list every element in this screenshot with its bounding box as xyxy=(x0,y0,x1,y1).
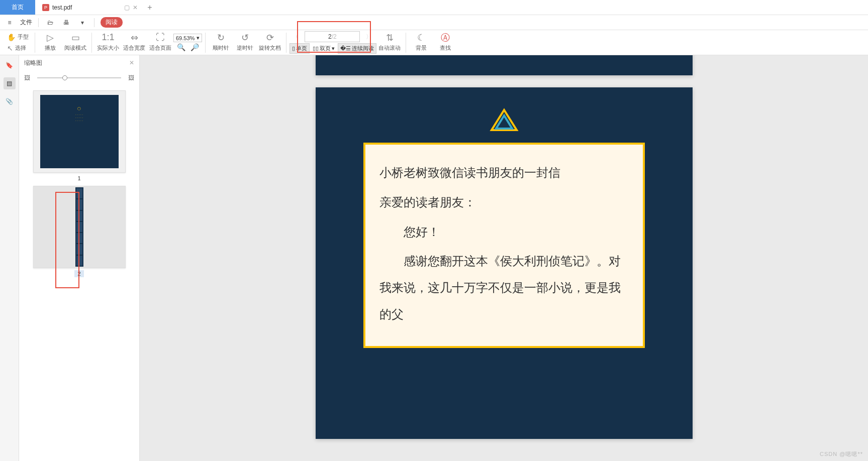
auto-scroll-button[interactable]: ⇅自动滚动 xyxy=(376,31,403,54)
rotate-cw-icon: ↻ xyxy=(217,32,225,43)
play-button[interactable]: ▷播放 xyxy=(38,31,62,54)
rotate-doc-button[interactable]: ⟳旋转文档 xyxy=(257,31,283,54)
select-tool[interactable]: ↖选择 xyxy=(4,43,29,54)
page-nav: 〈 2/2 〉 xyxy=(290,31,376,42)
find-icon: Ⓐ xyxy=(441,32,450,43)
letter-content: 小桥老树致微信读书朋友的一封信 亲爱的读者朋友： 您好！ 感谢您翻开这本《侯大利… xyxy=(363,143,645,348)
letter-hello: 您好！ xyxy=(379,219,629,246)
read-badge[interactable]: 阅读 xyxy=(101,17,123,28)
bookmark-icon[interactable]: 🔖 xyxy=(4,59,16,71)
double-page-icon: ▯▯ xyxy=(313,45,319,52)
cursor-icon: ↖ xyxy=(7,43,13,54)
tab-restore-icon[interactable]: ▢ xyxy=(124,4,130,11)
file-menu[interactable]: 文件 xyxy=(20,18,32,27)
single-page-button[interactable]: ▯单页 xyxy=(290,43,310,54)
thumbnail-1[interactable]: ◯· · · · ·· · · · ·· · · · · 1 xyxy=(33,90,126,182)
next-page-button[interactable]: 〉 xyxy=(363,33,375,41)
page-2: 小桥老树致微信读书朋友的一封信 亲爱的读者朋友： 您好！ 感谢您翻开这本《侯大利… xyxy=(316,87,693,439)
continuous-icon: �☰ xyxy=(340,45,351,52)
sidebar-close-icon[interactable]: ✕ xyxy=(129,59,134,66)
triangle-logo-icon xyxy=(489,107,519,133)
read-mode-button[interactable]: ▭阅读模式 xyxy=(62,31,88,54)
toolbar: ✋手型 ↖选择 ▷播放 ▭阅读模式 1:1实际大小 ⇔适合宽度 ⛶适合页面 69… xyxy=(0,30,868,55)
fit-page-button[interactable]: ⛶适合页面 xyxy=(147,31,173,54)
zoom-select[interactable]: 69.53%▾ xyxy=(173,34,202,42)
zoom-in-icon[interactable]: 🔎 xyxy=(190,43,199,51)
zoom-out-icon[interactable]: 🔍 xyxy=(177,43,185,51)
hamburger-icon[interactable]: ≡ xyxy=(4,17,15,28)
viewer[interactable]: 小桥老树致微信读书朋友的一封信 亲爱的读者朋友： 您好！ 感谢您翻开这本《侯大利… xyxy=(140,55,868,461)
main-area: 🔖 ▤ 📎 缩略图 ✕ 🖼 🖼 ◯· · · · ·· · · · ·· · ·… xyxy=(0,55,868,461)
menubar: ≡ 文件 🗁 🖶 ▾ 阅读 xyxy=(0,15,868,30)
thumbnails-icon[interactable]: ▤ xyxy=(4,77,16,89)
single-page-icon: ▯ xyxy=(292,45,295,52)
thumbnail-list: ◯· · · · ·· · · · ·· · · · · 1 2 xyxy=(19,85,139,461)
fit-width-button[interactable]: ⇔适合宽度 xyxy=(121,31,147,54)
actual-size-button[interactable]: 1:1实际大小 xyxy=(95,31,121,54)
thumb-size-slider[interactable] xyxy=(37,77,121,78)
attachment-icon[interactable]: 📎 xyxy=(4,95,16,107)
rotate-ccw-button[interactable]: ↺逆时针 xyxy=(233,31,257,54)
moon-icon: ☾ xyxy=(417,32,425,43)
thumbnail-2-label: 2 xyxy=(74,270,83,277)
tab-close-icon[interactable]: ✕ xyxy=(133,4,138,11)
play-icon: ▷ xyxy=(47,32,54,43)
letter-greeting: 亲爱的读者朋友： xyxy=(379,189,629,216)
double-page-button[interactable]: ▯▯双页▾ xyxy=(311,43,337,54)
rotate-cw-button[interactable]: ↻顺时针 xyxy=(209,31,233,54)
continuous-button[interactable]: �☰连续阅读 xyxy=(338,43,376,54)
watermark: CSDN @嗯嗯** xyxy=(820,450,863,458)
print-icon[interactable]: 🖶 xyxy=(61,17,72,28)
auto-scroll-icon: ⇅ xyxy=(386,32,394,43)
left-rail: 🔖 ▤ 📎 xyxy=(0,55,19,461)
sidebar: 缩略图 ✕ 🖼 🖼 ◯· · · · ·· · · · ·· · · · · 1… xyxy=(19,55,140,461)
hand-icon: ✋ xyxy=(7,32,16,43)
prev-page-button[interactable]: 〈 xyxy=(290,33,302,41)
background-button[interactable]: ☾背景 xyxy=(409,31,433,54)
page-input[interactable]: 2/2 xyxy=(305,31,360,42)
sidebar-title: 缩略图 xyxy=(24,59,42,67)
open-icon[interactable]: 🗁 xyxy=(45,17,56,28)
letter-title: 小桥老树致微信读书朋友的一封信 xyxy=(379,160,629,186)
thumbnail-2[interactable]: 2 xyxy=(33,186,126,277)
hand-tool[interactable]: ✋手型 xyxy=(4,32,32,43)
tab-home[interactable]: 首页 xyxy=(0,0,35,15)
fit-page-icon: ⛶ xyxy=(156,32,165,43)
page-1-tail xyxy=(316,55,693,75)
sidebar-header: 缩略图 ✕ xyxy=(19,55,139,70)
fit-width-icon: ⇔ xyxy=(131,32,138,43)
tab-add[interactable]: + xyxy=(141,0,159,15)
tab-strip: 首页 P test.pdf ▢ ✕ + xyxy=(0,0,868,15)
rotate-ccw-icon: ↺ xyxy=(241,32,249,43)
sidebar-tools: 🖼 🖼 xyxy=(19,70,139,85)
book-icon: ▭ xyxy=(71,32,80,43)
thumbnail-1-label: 1 xyxy=(74,175,83,182)
dropdown-icon[interactable]: ▾ xyxy=(77,17,88,28)
pdf-icon: P xyxy=(42,4,49,11)
tab-file[interactable]: P test.pdf ▢ ✕ xyxy=(35,0,141,15)
letter-body: 感谢您翻开这本《侯大利刑侦笔记》。对我来说，这几十万字不仅是一部小说，更是我的父 xyxy=(379,248,629,327)
rotate-doc-icon: ⟳ xyxy=(266,32,274,43)
find-button[interactable]: Ⓐ查找 xyxy=(433,31,457,54)
one-to-one-icon: 1:1 xyxy=(102,32,114,43)
chevron-down-icon: ▾ xyxy=(197,35,200,41)
thumb-large-icon[interactable]: 🖼 xyxy=(128,74,134,81)
tab-file-label: test.pdf xyxy=(52,4,72,11)
thumb-small-icon[interactable]: 🖼 xyxy=(24,74,30,81)
